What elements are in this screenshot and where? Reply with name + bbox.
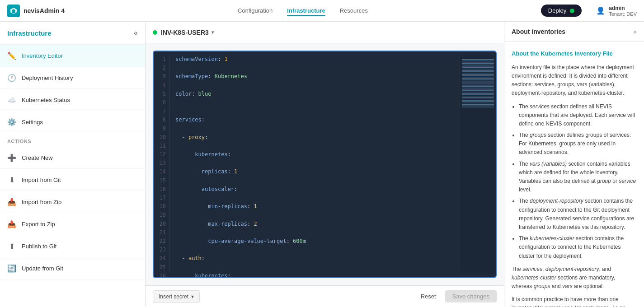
- right-panel-title: About inventories: [512, 28, 565, 35]
- kubernetes-status-icon: ☁️: [7, 95, 16, 104]
- nav-resources[interactable]: Resources: [340, 5, 368, 16]
- editor-footer: Insert secret ▾ Reset Save changes: [146, 285, 504, 307]
- minimap: [460, 55, 496, 274]
- insert-secret-label: Insert secret: [159, 293, 188, 300]
- line-numbers: 12345 678910 1112131415 1617181920 21222…: [154, 55, 170, 274]
- action-publish-to-git[interactable]: ⬆ Publish to Git: [0, 235, 145, 257]
- action-create-new[interactable]: ➕ Create New: [0, 147, 145, 169]
- sidebar-header: Infrastructure «: [0, 22, 145, 45]
- expand-icon[interactable]: »: [633, 28, 637, 35]
- about-list-item: The groups section defines groups of ser…: [519, 131, 637, 157]
- nav-configuration[interactable]: Configuration: [238, 5, 273, 16]
- import-zip-icon: 📥: [7, 197, 16, 206]
- chevron-down-icon: ▾: [212, 30, 214, 35]
- deploy-label: Deploy: [548, 7, 566, 14]
- nav-infrastructure[interactable]: Infrastructure: [287, 5, 325, 16]
- tenant-label: Tenant: DEV: [609, 11, 637, 17]
- deploy-status-dot: [570, 9, 574, 13]
- about-list-item: The deployment-repository section contai…: [519, 197, 637, 232]
- create-new-icon: ➕: [7, 153, 16, 162]
- sidebar-title: Infrastructure: [7, 29, 52, 37]
- about-list-item: The services section defines all NEVIS c…: [519, 102, 637, 129]
- insert-secret-button[interactable]: Insert secret ▾: [153, 290, 200, 303]
- inventory-name: INV-K8S-USER3: [161, 29, 209, 36]
- reset-button[interactable]: Reset: [415, 290, 442, 302]
- sidebar-item-label: Deployment History: [22, 74, 73, 81]
- chevron-down-icon: ▾: [191, 293, 194, 300]
- sidebar-item-deployment-history[interactable]: 🕐 Deployment History: [0, 67, 145, 89]
- sidebar-item-kubernetes-status[interactable]: ☁️ Kubernetes Status: [0, 89, 145, 111]
- about-heading: About the Kubernetes Inventory File: [512, 49, 637, 59]
- inventory-selector[interactable]: INV-K8S-USER3 ▾: [161, 29, 214, 36]
- sidebar-item-label: Inventory Editor: [22, 52, 63, 59]
- editor-container: 12345 678910 1112131415 1617181920 21222…: [146, 43, 504, 285]
- code-lines: 12345 678910 1112131415 1617181920 21222…: [154, 51, 496, 277]
- right-panel-content: About the Kubernetes Inventory File An i…: [504, 42, 644, 307]
- user-icon: 👤: [596, 6, 605, 15]
- sidebar-item-inventory-editor[interactable]: ✏️ Inventory Editor: [0, 45, 145, 67]
- publish-git-icon: ⬆: [7, 242, 16, 251]
- code-editor[interactable]: 12345 678910 1112131415 1617181920 21222…: [153, 51, 497, 278]
- save-changes-button[interactable]: Save changes: [445, 290, 497, 302]
- sidebar-item-label: Settings: [22, 119, 43, 126]
- export-zip-icon: 📤: [7, 219, 16, 228]
- action-label: Publish to Git: [22, 243, 56, 250]
- about-intro: An inventory file is the place where the…: [512, 63, 637, 98]
- about-para2: It is common practice to have more than …: [512, 295, 637, 307]
- code-content: schemaVersion: 1 schemaType: Kubernetes …: [170, 55, 460, 274]
- actions-label: ACTIONS: [0, 133, 145, 147]
- action-export-to-zip[interactable]: 📤 Export to Zip: [0, 213, 145, 235]
- action-import-from-zip[interactable]: 📥 Import from Zip: [0, 191, 145, 213]
- inventory-editor-icon: ✏️: [7, 51, 16, 60]
- action-update-from-git[interactable]: 🔄 Update from Git: [0, 257, 145, 279]
- footer-right: Reset Save changes: [415, 290, 497, 302]
- content-toolbar: INV-K8S-USER3 ▾: [146, 22, 504, 43]
- user-info: 👤 admin Tenant: DEV: [596, 5, 637, 17]
- about-list-item: The kubernetes-cluster section contains …: [519, 234, 637, 260]
- update-git-icon: 🔄: [7, 264, 16, 273]
- deploy-button[interactable]: Deploy: [541, 5, 582, 17]
- sidebar-item-settings[interactable]: ⚙️ Settings: [0, 111, 145, 133]
- sidebar-collapse-button[interactable]: «: [134, 29, 138, 37]
- main-content: INV-K8S-USER3 ▾ 12345 678910 1112131415 …: [146, 22, 504, 307]
- action-label: Create New: [22, 154, 53, 161]
- app-name: nevisAdmin 4: [24, 7, 65, 14]
- settings-icon: ⚙️: [7, 117, 16, 126]
- right-panel: About inventories » About the Kubernetes…: [504, 22, 644, 307]
- nav-links: Configuration Infrastructure Resources: [79, 5, 526, 16]
- inventory-status-dot: [153, 30, 157, 35]
- action-label: Update from Git: [22, 265, 63, 272]
- right-panel-header: About inventories »: [504, 22, 644, 42]
- import-git-icon: ⬇: [7, 175, 16, 184]
- action-label: Import from Git: [22, 177, 61, 183]
- top-nav: nevisAdmin 4 Configuration Infrastructur…: [0, 0, 644, 22]
- action-label: Import from Zip: [22, 199, 61, 205]
- app-logo[interactable]: nevisAdmin 4: [7, 5, 65, 17]
- about-list-item: The vars (variables) section contains va…: [519, 160, 637, 195]
- sidebar: Infrastructure « ✏️ Inventory Editor 🕐 D…: [0, 22, 146, 307]
- about-list: The services section defines all NEVIS c…: [519, 102, 637, 260]
- logo-icon: [7, 5, 20, 17]
- deployment-history-icon: 🕐: [7, 73, 16, 82]
- about-para1: The services, deployment-repository, and…: [512, 265, 637, 291]
- action-label: Export to Zip: [22, 221, 55, 228]
- user-name: admin: [609, 5, 637, 11]
- app-body: Infrastructure « ✏️ Inventory Editor 🕐 D…: [0, 22, 644, 307]
- action-import-from-git[interactable]: ⬇ Import from Git: [0, 169, 145, 191]
- sidebar-item-label: Kubernetes Status: [22, 97, 70, 103]
